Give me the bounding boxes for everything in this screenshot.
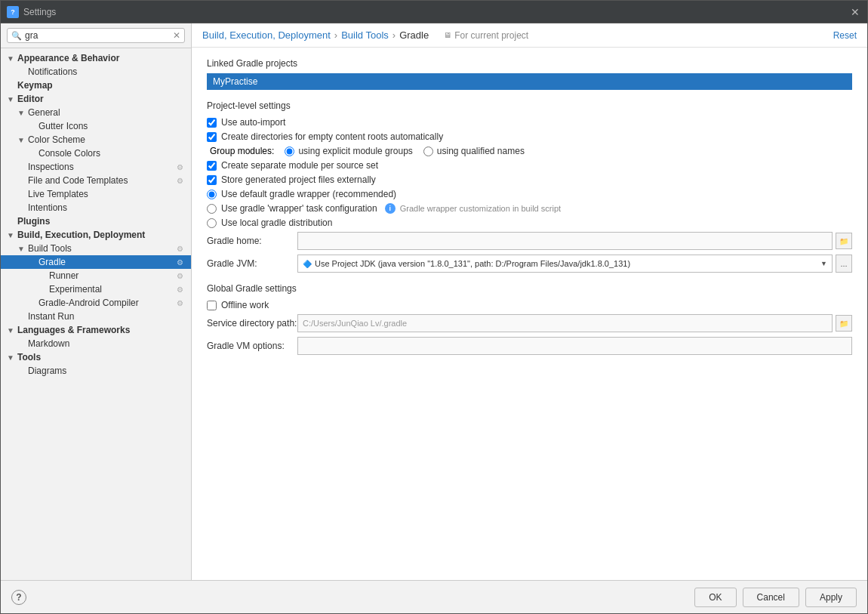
- sidebar-item-label: Build Tools: [28, 243, 173, 254]
- for-current-project[interactable]: 🖥 For current project: [444, 30, 528, 41]
- sidebar-item-tools[interactable]: ▼ Tools: [1, 350, 191, 364]
- sidebar-item-languages-frameworks[interactable]: ▼ Languages & Frameworks: [1, 323, 191, 337]
- auto-import-row: Use auto-import: [207, 117, 852, 128]
- sidebar-item-file-code-templates[interactable]: File and Code Templates ⚙: [1, 174, 191, 187]
- sidebar-item-color-scheme[interactable]: ▼ Color Scheme: [1, 133, 191, 147]
- sidebar-item-notifications[interactable]: Notifications: [1, 65, 191, 79]
- sidebar-item-gutter-icons[interactable]: Gutter Icons: [1, 119, 191, 133]
- settings-window: ? Settings ✕ 🔍 ✕ ▼ Appearance & Behavior: [0, 0, 868, 614]
- breadcrumb-sep1: ›: [334, 29, 337, 41]
- sidebar-item-label: Runner: [49, 270, 173, 281]
- sidebar-item-appearance[interactable]: ▼ Appearance & Behavior: [1, 51, 191, 65]
- service-dir-input[interactable]: [297, 314, 833, 332]
- arrow-icon: ▼: [7, 95, 17, 103]
- default-wrapper-radio[interactable]: [207, 190, 217, 199]
- search-wrap: 🔍 ✕: [7, 28, 185, 43]
- dialog-footer: ? OK Cancel Apply: [1, 580, 867, 613]
- service-dir-folder-button[interactable]: 📁: [836, 315, 852, 332]
- sidebar-item-gradle[interactable]: Gradle ⚙: [1, 255, 191, 269]
- store-generated-label: Store generated project files externally: [221, 174, 376, 185]
- close-button[interactable]: ✕: [849, 6, 861, 18]
- arrow-icon: ▼: [7, 326, 17, 335]
- explicit-module-groups-option[interactable]: using explicit module groups: [285, 146, 412, 156]
- sidebar-item-label: Intentions: [28, 202, 185, 213]
- gradle-vm-row: Gradle VM options:: [207, 337, 852, 355]
- gear-icon: ⚙: [174, 175, 185, 186]
- sidebar: 🔍 ✕ ▼ Appearance & Behavior Notification…: [1, 23, 192, 580]
- sidebar-item-build-execution[interactable]: ▼ Build, Execution, Deployment: [1, 228, 191, 242]
- project-list-item[interactable]: MyPractise: [207, 73, 852, 90]
- sidebar-item-label: Gradle: [38, 257, 173, 267]
- sidebar-item-keymap[interactable]: Keymap: [1, 79, 191, 92]
- sidebar-item-label: Tools: [17, 352, 185, 363]
- gradle-vm-input[interactable]: [297, 337, 852, 355]
- sidebar-item-build-tools[interactable]: ▼ Build Tools ⚙: [1, 242, 191, 255]
- linked-projects-label: Linked Gradle projects: [207, 58, 852, 69]
- sidebar-item-label: Editor: [17, 94, 185, 104]
- sidebar-item-editor[interactable]: ▼ Editor: [1, 92, 191, 106]
- separate-module-checkbox[interactable]: [207, 161, 217, 171]
- sidebar-item-label: Plugins: [17, 216, 185, 227]
- sidebar-item-gradle-android-compiler[interactable]: Gradle-Android Compiler ⚙: [1, 296, 191, 310]
- apply-button[interactable]: Apply: [805, 588, 857, 607]
- gradle-vm-label: Gradle VM options:: [207, 341, 297, 351]
- create-dirs-checkbox[interactable]: [207, 132, 217, 142]
- breadcrumb-bar: Build, Execution, Deployment › Build Too…: [192, 23, 867, 48]
- sidebar-item-label: Console Colors: [38, 148, 185, 159]
- sidebar-item-general[interactable]: ▼ General: [1, 106, 191, 119]
- gradle-home-folder-button[interactable]: 📁: [836, 233, 852, 249]
- gear-icon: ⚙: [174, 243, 185, 254]
- sidebar-item-markdown[interactable]: Markdown: [1, 337, 191, 350]
- content-area: 🔍 ✕ ▼ Appearance & Behavior Notification…: [1, 23, 867, 580]
- sidebar-item-label: Markdown: [28, 338, 185, 349]
- breadcrumb-build-execution[interactable]: Build, Execution, Deployment: [202, 29, 331, 41]
- sidebar-item-inspections[interactable]: Inspections ⚙: [1, 160, 191, 174]
- gradle-home-input[interactable]: [297, 232, 833, 250]
- auto-import-checkbox[interactable]: [207, 118, 217, 128]
- sidebar-item-label: Gutter Icons: [38, 121, 185, 131]
- sidebar-item-experimental[interactable]: Experimental ⚙: [1, 282, 191, 296]
- arrow-icon: ▼: [7, 231, 17, 239]
- store-generated-checkbox[interactable]: [207, 175, 217, 185]
- wrapper-task-radio[interactable]: [207, 204, 217, 214]
- gradle-jvm-more-button[interactable]: ...: [836, 255, 852, 273]
- qualified-radio[interactable]: [423, 147, 433, 156]
- cancel-button[interactable]: Cancel: [743, 588, 799, 607]
- service-dir-label: Service directory path:: [207, 318, 297, 329]
- gradle-jvm-select[interactable]: 🔷 Use Project JDK (java version "1.8.0_1…: [297, 255, 833, 273]
- sidebar-item-label: Keymap: [17, 80, 185, 91]
- sidebar-item-intentions[interactable]: Intentions: [1, 201, 191, 214]
- separate-module-row: Create separate module per source set: [207, 160, 852, 171]
- sidebar-item-diagrams[interactable]: Diagrams: [1, 364, 191, 378]
- service-dir-wrap: 📁: [297, 314, 852, 332]
- main-content: Build, Execution, Deployment › Build Too…: [192, 23, 867, 580]
- offline-work-checkbox[interactable]: [207, 301, 217, 310]
- sidebar-item-console-colors[interactable]: Console Colors: [1, 147, 191, 160]
- sidebar-item-instant-run[interactable]: Instant Run: [1, 310, 191, 323]
- local-dist-radio[interactable]: [207, 218, 217, 228]
- sidebar-item-live-templates[interactable]: Live Templates: [1, 187, 191, 201]
- service-dir-row: Service directory path: 📁: [207, 314, 852, 332]
- help-button[interactable]: ?: [11, 590, 26, 605]
- settings-body: Linked Gradle projects MyPractise Projec…: [192, 48, 867, 580]
- linked-projects-section: Linked Gradle projects MyPractise: [207, 58, 852, 90]
- gear-icon: ⚙: [174, 162, 185, 172]
- reset-button[interactable]: Reset: [833, 30, 857, 41]
- global-gradle-settings-title: Global Gradle settings: [207, 283, 852, 294]
- gradle-jvm-label: Gradle JVM:: [207, 258, 297, 269]
- search-input[interactable]: [25, 30, 173, 41]
- qualified-names-option[interactable]: using qualified names: [423, 146, 525, 156]
- ok-button[interactable]: OK: [694, 588, 736, 607]
- info-text: Gradle wrapper customization in build sc…: [400, 204, 561, 213]
- search-clear-icon[interactable]: ✕: [173, 30, 180, 41]
- separate-module-label: Create separate module per source set: [221, 160, 378, 171]
- gradle-jvm-row: Gradle JVM: 🔷 Use Project JDK (java vers…: [207, 255, 852, 273]
- breadcrumb-build-tools[interactable]: Build Tools: [341, 29, 389, 41]
- sidebar-item-runner[interactable]: Runner ⚙: [1, 269, 191, 282]
- sidebar-item-label: File and Code Templates: [28, 175, 173, 186]
- gradle-jvm-value: Use Project JDK (java version "1.8.0_131…: [315, 259, 817, 268]
- breadcrumb-gradle: Gradle: [399, 29, 429, 41]
- explicit-radio[interactable]: [285, 147, 294, 156]
- sidebar-item-plugins[interactable]: Plugins: [1, 214, 191, 228]
- window-title: Settings: [23, 7, 849, 17]
